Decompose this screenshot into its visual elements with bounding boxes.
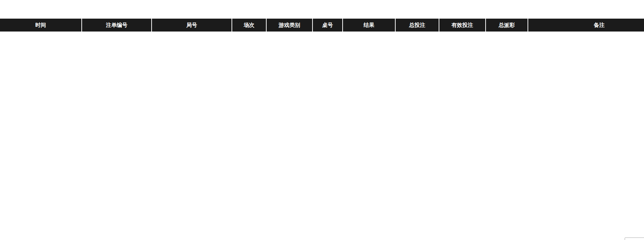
column-header-table_no: 桌号 [313, 19, 343, 32]
column-header-total_bet: 总投注 [395, 19, 439, 32]
column-header-bet_id: 注单编号 [82, 19, 152, 32]
column-header-time: 时间 [0, 19, 82, 32]
column-header-payout: 总派彩 [486, 19, 528, 32]
table-header: 时间注单编号局号场次游戏类别桌号结果总投注有效投注总派彩备注 [0, 19, 644, 32]
bet-history-table-wrap: 时间注单编号局号场次游戏类别桌号结果总投注有效投注总派彩备注 [0, 19, 644, 32]
column-header-remark: 备注 [528, 19, 644, 32]
header-row: 时间注单编号局号场次游戏类别桌号结果总投注有效投注总派彩备注 [0, 19, 644, 32]
column-header-result: 结果 [343, 19, 395, 32]
bet-history-table: 时间注单编号局号场次游戏类别桌号结果总投注有效投注总派彩备注 [0, 19, 644, 32]
column-header-session: 场次 [232, 19, 266, 32]
bottom-right-partial-box[interactable] [625, 237, 644, 240]
column-header-game_type: 游戏类别 [266, 19, 313, 32]
bet-history-page: 时间注单编号局号场次游戏类别桌号结果总投注有效投注总派彩备注 [0, 0, 644, 240]
column-header-round_id: 局号 [152, 19, 232, 32]
column-header-valid_bet: 有效投注 [439, 19, 486, 32]
